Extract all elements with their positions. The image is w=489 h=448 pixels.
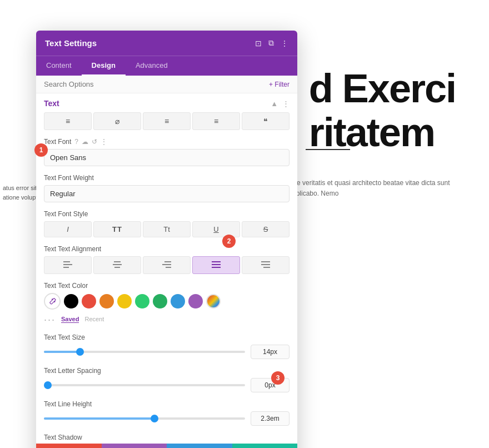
italic-btn[interactable]: I (44, 221, 92, 237)
align-btn-right[interactable]: ≡ (143, 112, 191, 130)
panel-title: Text Settings (45, 38, 97, 48)
text-align-last[interactable] (242, 256, 290, 274)
color-blue[interactable] (171, 294, 185, 308)
panel-body: Text ▲ ⋮ ≡ ⌀ ≡ ≡ ❝ Text Font ? ☁ ↺ ⋮ Ope… (36, 93, 297, 444)
svg-rect-12 (261, 261, 270, 262)
bg-line (306, 149, 350, 150)
text-font-select[interactable]: Open Sans Roboto Lato Montserrat (44, 149, 290, 166)
text-align-right[interactable] (143, 256, 191, 274)
more-options-icon[interactable]: ⋮ (281, 39, 288, 48)
svg-rect-7 (162, 264, 171, 265)
svg-rect-13 (261, 264, 270, 265)
cancel-button[interactable]: ✕ (36, 444, 102, 448)
color-purple[interactable] (188, 294, 203, 308)
expand-icon[interactable]: ⧉ (268, 38, 274, 48)
panel-footer: ✕ ↺ ↻ ✓ (36, 444, 297, 448)
bg-para-text: tore veritatis et quasi architecto beata… (289, 178, 472, 199)
text-shadow-label: Text Shadow (44, 434, 290, 441)
color-lightgreen[interactable] (135, 294, 149, 308)
tab-advanced[interactable]: Advanced (126, 56, 178, 76)
color-picker-icon[interactable] (206, 294, 221, 308)
svg-rect-4 (113, 264, 122, 265)
more-colors-icon[interactable]: ··· (44, 314, 56, 326)
underline-btn[interactable]: U (192, 221, 240, 237)
badge-3: 3 (271, 371, 285, 385)
font-more-icon[interactable]: ⋮ (101, 138, 107, 146)
text-size-row: Text Text Size (44, 333, 290, 359)
text-size-label: Text Text Size (44, 333, 290, 341)
color-yellow[interactable] (117, 294, 132, 308)
align-btn-quote[interactable]: ❝ (242, 112, 290, 130)
badge-2: 2 (222, 235, 236, 248)
text-size-slider-row (44, 345, 290, 359)
strikethrough-btn[interactable]: S (242, 221, 290, 237)
text-settings-panel: Text Settings ⊡ ⧉ ⋮ Content Design Advan… (36, 31, 297, 448)
align-btn-justify[interactable]: ≡ (192, 112, 240, 130)
text-line-height-label: Text Line Height (44, 400, 290, 408)
text-align-justify[interactable] (192, 256, 240, 274)
svg-rect-1 (63, 264, 72, 265)
text-font-style-label: Text Font Style (44, 210, 290, 218)
text-alignment-buttons (44, 256, 290, 274)
cloud-icon[interactable]: ☁ (82, 138, 88, 146)
font-style-buttons: I TT Tt U S (44, 221, 290, 237)
text-letter-spacing-label: Text Letter Spacing (44, 367, 290, 375)
svg-rect-3 (114, 261, 121, 262)
alignment-buttons: ≡ ⌀ ≡ ≡ ❝ (44, 112, 290, 130)
text-alignment-label: Text Text Alignment (44, 245, 290, 253)
undo-button[interactable]: ↺ (102, 444, 167, 448)
section-more-icon[interactable]: ⋮ (282, 99, 290, 108)
saved-tab[interactable]: Saved (61, 316, 79, 323)
filter-button[interactable]: + Filter (269, 81, 290, 88)
recent-tab[interactable]: Recent (84, 316, 104, 323)
color-green[interactable] (153, 294, 167, 308)
align-btn-center[interactable]: ≡ (44, 112, 92, 130)
text-font-weight-select[interactable]: Regular Light Medium Bold Black (44, 185, 290, 202)
color-tabs: Saved Recent (61, 316, 104, 323)
panel-tabs: Content Design Advanced (36, 56, 297, 76)
svg-rect-6 (164, 261, 171, 262)
redo-button[interactable]: ↻ (167, 444, 232, 448)
collapse-icon[interactable]: ▲ (271, 99, 278, 108)
svg-rect-9 (212, 261, 221, 262)
color-swatches (44, 293, 290, 310)
section-controls: ▲ ⋮ (271, 99, 290, 108)
uppercase-btn[interactable]: TT (93, 221, 141, 237)
text-size-track[interactable] (44, 351, 245, 353)
text-line-height-track[interactable] (44, 417, 245, 420)
capitalize-btn[interactable]: Tt (143, 221, 191, 237)
svg-rect-8 (166, 267, 171, 268)
text-color-label: Text Text Color (44, 282, 290, 290)
tab-design[interactable]: Design (82, 56, 126, 76)
svg-rect-5 (114, 267, 120, 268)
color-orange[interactable] (99, 294, 114, 308)
section-header: Text ▲ ⋮ (44, 99, 290, 108)
color-black[interactable] (64, 294, 78, 308)
text-line-height-slider-row (44, 411, 290, 426)
svg-rect-0 (63, 261, 70, 262)
text-align-center[interactable] (93, 256, 141, 274)
fullscreen-icon[interactable]: ⊡ (255, 39, 262, 48)
tab-content[interactable]: Content (36, 56, 82, 76)
align-btn-slash[interactable]: ⌀ (93, 112, 141, 130)
save-button[interactable]: ✓ (232, 444, 298, 448)
badge-1: 1 (34, 143, 48, 157)
bg-large-text: d Exerci ritatem (309, 67, 456, 155)
search-input[interactable] (44, 80, 269, 88)
text-line-height-row: Text Line Height (44, 400, 290, 426)
panel-header: Text Settings ⊡ ⧉ ⋮ (36, 31, 297, 56)
eyedropper-icon[interactable] (44, 293, 61, 310)
color-red[interactable] (82, 294, 96, 308)
text-size-input[interactable] (251, 345, 290, 359)
section-title: Text (44, 99, 59, 108)
text-align-left[interactable] (44, 256, 92, 274)
text-letter-spacing-slider-row (44, 378, 290, 392)
help-icon[interactable]: ? (74, 138, 78, 146)
text-letter-spacing-track[interactable] (44, 384, 245, 386)
reset-font-icon[interactable]: ↺ (92, 138, 97, 146)
svg-rect-14 (263, 267, 270, 268)
text-font-weight-label: Text Font Weight (44, 174, 290, 182)
svg-rect-10 (212, 264, 221, 265)
panel-header-icons: ⊡ ⧉ ⋮ (255, 38, 288, 48)
text-line-height-input[interactable] (251, 411, 290, 426)
